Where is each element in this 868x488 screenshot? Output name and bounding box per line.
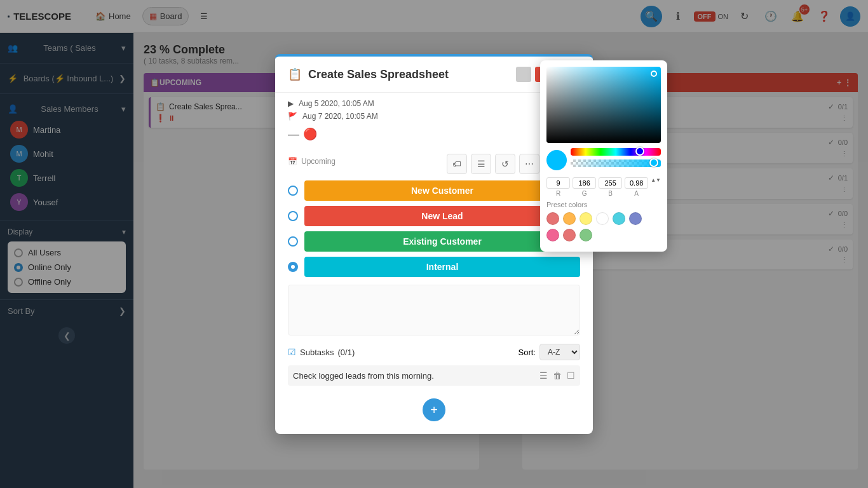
color-picker: R G B A ▲▼ Preset colors <box>540 60 667 252</box>
rgba-arrows[interactable]: ▲▼ <box>651 177 661 197</box>
alpha-bar[interactable] <box>571 159 661 167</box>
calendar-icon: ▶ <box>288 99 294 108</box>
a-input-col: A <box>625 177 648 197</box>
subtask-delete-icon[interactable]: 🗑 <box>553 370 562 381</box>
section-label-row: 📅 Upcoming <box>288 157 336 166</box>
created-date-row: ▶ Aug 5 2020, 10:05 AM <box>288 99 580 108</box>
sort-label: Sort: <box>519 348 536 357</box>
color-preview-circle <box>546 150 567 170</box>
description-section <box>275 285 593 337</box>
checkbox-icon: ☑ <box>288 347 296 357</box>
g-input-col: G <box>573 177 596 197</box>
color-gradient-canvas[interactable] <box>546 67 661 143</box>
b-input-col: B <box>599 177 622 197</box>
rgba-inputs: R G B A ▲▼ <box>546 177 661 197</box>
preset-colors-label: Preset colors <box>546 201 661 208</box>
tag-button[interactable]: 🏷 <box>447 154 467 174</box>
modal-action-buttons: 🏷 ☰ ↺ ⋯ <box>447 154 539 174</box>
r-label: R <box>556 190 560 197</box>
hue-cursor <box>635 147 644 156</box>
preset-swatch[interactable] <box>629 212 642 225</box>
modal-color-box[interactable] <box>516 67 531 82</box>
r-input-col: R <box>546 177 570 197</box>
flag-icon: 🚩 <box>288 112 297 121</box>
alpha-cursor <box>649 158 658 167</box>
alert-icon: 🔴 <box>303 127 317 141</box>
subtasks-header: ☑ Subtasks (0/1) Sort: A-Z Z-A Date <box>288 344 580 360</box>
preset-swatch[interactable] <box>563 212 576 225</box>
preset-swatch[interactable] <box>580 212 592 225</box>
color-cursor <box>651 71 657 77</box>
existing-customer-radio[interactable] <box>288 236 298 247</box>
g-label: G <box>582 190 587 197</box>
modal-task-icon: 📋 <box>288 67 302 81</box>
type-existing-customer[interactable]: Existing Customer <box>288 231 580 252</box>
new-lead-radio[interactable] <box>288 211 298 221</box>
subtasks-label-area: ☑ Subtasks (0/1) <box>288 347 355 357</box>
preset-row-1 <box>546 212 661 225</box>
due-date-row: 🚩 Aug 7 2020, 10:05 AM <box>288 112 580 121</box>
subtasks-label: Subtasks <box>300 348 334 357</box>
subtask-item: Check logged leads from this morning. ☰ … <box>288 365 580 386</box>
a-input[interactable] <box>625 177 648 189</box>
new-lead-label: New Lead <box>304 206 580 226</box>
subtask-text: Check logged leads from this morning. <box>293 371 534 381</box>
more-button[interactable]: ⋯ <box>519 154 539 174</box>
b-label: B <box>608 190 613 197</box>
a-label: A <box>634 190 639 197</box>
hue-bar[interactable] <box>571 148 661 156</box>
new-customer-radio[interactable] <box>288 186 298 196</box>
preset-colors-section: Preset colors <box>546 201 661 241</box>
description-textarea[interactable] <box>288 285 580 336</box>
preset-swatch[interactable] <box>613 212 625 225</box>
created-date: Aug 5 2020, 10:05 AM <box>299 99 374 108</box>
preset-swatch[interactable] <box>580 229 592 241</box>
r-input[interactable] <box>546 177 570 189</box>
section-label: Upcoming <box>301 157 336 166</box>
subtasks-count: (0/1) <box>337 348 355 357</box>
section-icon: 📅 <box>288 157 297 166</box>
preset-swatch[interactable] <box>546 212 559 225</box>
subtask-checkbox[interactable]: ☐ <box>567 370 575 381</box>
preset-swatch[interactable] <box>546 229 559 241</box>
b-input[interactable] <box>599 177 622 189</box>
undo-button[interactable]: ↺ <box>495 154 515 174</box>
modal-overlay: 📋 Create Sales Spreadsheet ✕ ▶ Aug 5 202… <box>0 0 868 488</box>
due-date: Aug 7 2020, 10:05 AM <box>302 112 378 121</box>
minus-icon[interactable]: — <box>288 128 299 141</box>
type-new-customer[interactable]: New Customer <box>288 180 580 201</box>
modal-title: Create Sales Spreadsheet <box>308 68 510 81</box>
preset-swatch[interactable] <box>563 229 576 241</box>
alpha-bar-container <box>571 159 661 167</box>
subtasks-section: ☑ Subtasks (0/1) Sort: A-Z Z-A Date Chec… <box>275 337 593 434</box>
existing-customer-label: Existing Customer <box>304 231 580 252</box>
new-customer-label: New Customer <box>304 180 580 201</box>
internal-label: Internal <box>304 257 580 277</box>
internal-radio[interactable] <box>288 262 298 272</box>
list-button[interactable]: ☰ <box>471 154 491 174</box>
preset-row-2 <box>546 229 661 241</box>
type-internal[interactable]: Internal <box>288 257 580 277</box>
add-subtask-button[interactable]: + <box>423 398 445 421</box>
g-input[interactable] <box>573 177 596 189</box>
sort-select[interactable]: A-Z Z-A Date <box>539 344 580 360</box>
type-new-lead[interactable]: New Lead <box>288 206 580 226</box>
subtask-list-icon[interactable]: ☰ <box>539 370 548 381</box>
color-preview-row <box>546 148 661 172</box>
preset-swatch[interactable] <box>596 212 609 225</box>
